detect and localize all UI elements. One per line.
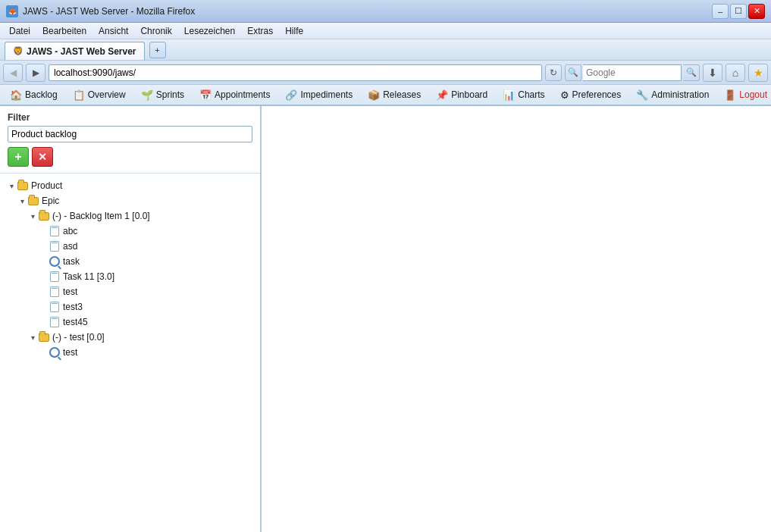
label-asd: asd (63, 241, 257, 252)
toggle-product: ▾ (6, 182, 17, 190)
nav-impediments[interactable]: 🔗 Impediments (278, 86, 359, 104)
tree-node-test-task[interactable]: test (3, 345, 257, 360)
nav-overview[interactable]: 📋 Overview (66, 86, 133, 104)
download-button[interactable]: ⬇ (703, 64, 722, 82)
filter-section: Filter + ✕ (0, 106, 260, 174)
label-backlog-item-test: (-) - test [0.0] (52, 332, 257, 343)
nav-backlog[interactable]: 🏠 Backlog (3, 86, 64, 104)
filter-remove-button[interactable]: ✕ (32, 147, 53, 167)
tab-favicon: 🦁 (13, 46, 24, 56)
folder-icon-backlog-item-test (38, 331, 50, 343)
label-test3: test3 (63, 302, 257, 312)
doc-icon-abc (49, 225, 61, 237)
tree-node-backlog-item-test[interactable]: ▾ (-) - test [0.0] (3, 330, 257, 345)
address-bar: ◀ ▶ ↻ 🔍 🔍 ⬇ ⌂ ★ (0, 61, 771, 85)
search-area: 🔍 🔍 (565, 64, 700, 81)
preferences-icon: ⚙ (560, 89, 569, 101)
close-button[interactable]: ✕ (748, 4, 765, 19)
address-input[interactable] (49, 64, 542, 81)
tree-area: ▾ Product ▾ Epic ▾ (-) - Back (0, 174, 260, 532)
menu-bearbeiten[interactable]: Bearbeiten (36, 24, 92, 38)
label-abc: abc (63, 226, 257, 236)
impediments-icon: 🔗 (285, 89, 297, 101)
right-panel (262, 106, 771, 532)
folder-icon-epic (27, 195, 39, 207)
tab-bar: 🦁 JAWS - JAST Web Server + (0, 39, 771, 61)
home-button[interactable]: ⌂ (726, 64, 745, 82)
nav-preferences[interactable]: ⚙ Preferences (553, 86, 628, 104)
forward-button[interactable]: ▶ (26, 64, 45, 82)
nav-releases-label: Releases (383, 89, 421, 100)
tree-node-test[interactable]: test (3, 284, 257, 299)
refresh-button[interactable]: ↻ (545, 64, 562, 81)
nav-logout[interactable]: 🚪 Logout (717, 86, 771, 104)
search-engine-icon: 🔍 (565, 64, 581, 81)
tree-node-task[interactable]: task (3, 254, 257, 269)
charts-icon: 📊 (503, 89, 515, 101)
window-title: JAWS - JAST Web Server - Mozilla Firefox (23, 6, 195, 17)
doc-icon-test45 (49, 316, 61, 328)
menu-ansicht[interactable]: Ansicht (92, 24, 134, 38)
tree-node-product[interactable]: ▾ Product (3, 178, 257, 193)
nav-releases[interactable]: 📦 Releases (361, 86, 428, 104)
backlog-icon: 🏠 (10, 89, 22, 101)
tree-node-asd[interactable]: asd (3, 239, 257, 254)
nav-toolbar: 🏠 Backlog 📋 Overview 🌱 Sprints 📅 Appoint… (0, 85, 771, 106)
overview-icon: 📋 (73, 89, 85, 101)
menu-lesezeichen[interactable]: Lesezeichen (178, 24, 241, 38)
tree-node-task11[interactable]: Task 11 [3.0] (3, 269, 257, 284)
tab-label: JAWS - JAST Web Server (27, 46, 136, 57)
task-icon-task (49, 255, 61, 268)
label-test-task: test (63, 347, 257, 358)
tree-node-test45[interactable]: test45 (3, 315, 257, 330)
label-task11: Task 11 [3.0] (63, 271, 257, 282)
minimize-button[interactable]: – (712, 4, 729, 19)
tab-main[interactable]: 🦁 JAWS - JAST Web Server (5, 42, 145, 60)
nav-appointments[interactable]: 📅 Appointments (193, 86, 277, 104)
nav-administration[interactable]: 🔧 Administration (629, 86, 716, 104)
filter-add-button[interactable]: + (8, 147, 29, 167)
pinboard-icon: 📌 (436, 89, 448, 101)
administration-icon: 🔧 (636, 89, 648, 101)
browser-icon: 🦊 (6, 5, 18, 17)
tree-node-backlog-item-1[interactable]: ▾ (-) - Backlog Item 1 [0.0] (3, 208, 257, 224)
menu-datei[interactable]: Datei (3, 24, 36, 38)
label-product: Product (31, 180, 257, 191)
search-go-button[interactable]: 🔍 (683, 64, 700, 81)
nav-sprints[interactable]: 🌱 Sprints (134, 86, 191, 104)
toggle-epic: ▾ (17, 197, 27, 205)
nav-charts[interactable]: 📊 Charts (496, 86, 551, 104)
title-bar-controls: – ☐ ✕ (712, 4, 765, 19)
filter-input[interactable] (8, 126, 252, 142)
tree-node-epic[interactable]: ▾ Epic (3, 193, 257, 208)
label-backlog-item-1: (-) - Backlog Item 1 [0.0] (52, 211, 257, 221)
menu-chronik[interactable]: Chronik (134, 24, 177, 38)
doc-icon-test3 (49, 301, 61, 313)
new-tab-button[interactable]: + (149, 42, 166, 58)
doc-icon-asd (49, 240, 61, 252)
nav-appointments-label: Appointments (215, 89, 270, 100)
nav-charts-label: Charts (518, 89, 544, 100)
doc-icon-test (49, 286, 61, 298)
menu-hilfe[interactable]: Hilfe (279, 24, 309, 38)
back-button[interactable]: ◀ (3, 64, 23, 82)
toggle-backlog-item-test: ▾ (27, 333, 38, 342)
bookmark-button[interactable]: ★ (748, 64, 768, 82)
nav-preferences-label: Preferences (572, 89, 622, 100)
nav-logout-label: Logout (739, 89, 767, 100)
appointments-icon: 📅 (199, 89, 212, 101)
releases-icon: 📦 (368, 89, 380, 101)
folder-icon-product (17, 180, 29, 192)
restore-button[interactable]: ☐ (730, 4, 747, 19)
search-input[interactable] (583, 64, 682, 81)
menu-extras[interactable]: Extras (241, 24, 279, 38)
title-bar: 🦊 JAWS - JAST Web Server - Mozilla Firef… (0, 0, 771, 23)
nav-administration-label: Administration (651, 89, 709, 100)
main-area: Filter + ✕ ▾ Product (0, 106, 771, 532)
tree-node-abc[interactable]: abc (3, 224, 257, 239)
nav-pinboard[interactable]: 📌 Pinboard (429, 86, 494, 104)
task-icon-test-task (49, 346, 61, 358)
tree-node-test3[interactable]: test3 (3, 299, 257, 315)
logout-icon: 🚪 (724, 89, 736, 101)
folder-icon-backlog-item-1 (38, 210, 50, 222)
